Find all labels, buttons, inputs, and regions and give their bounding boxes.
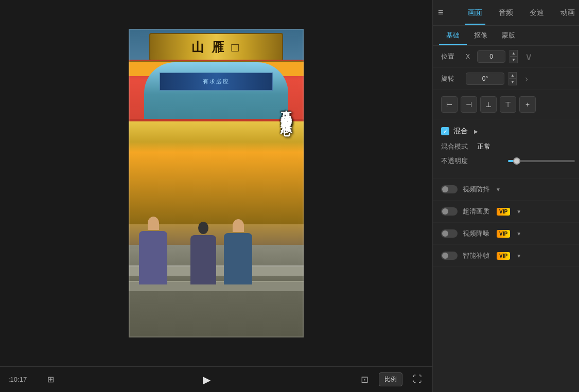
ratio-button[interactable]: 比例 xyxy=(379,372,402,386)
noise-reduce-label: 视频降噪 xyxy=(463,229,489,238)
noise-reduce-vip-badge: VIP xyxy=(497,230,510,238)
position-chevron[interactable]: ∨ xyxy=(525,50,533,63)
video-stabilize-toggle[interactable] xyxy=(441,185,458,193)
tab-动画[interactable]: 动画 xyxy=(557,1,578,25)
hd-quality-label: 超清画质 xyxy=(463,207,489,216)
align-left-btn[interactable]: ⊢ xyxy=(441,96,458,113)
video-container: 山 雁 □ 有求必应 xyxy=(129,29,304,337)
blend-section: 混合 ▶ 混合模式 正常 不透明度 xyxy=(433,119,579,179)
play-button[interactable]: ▶ xyxy=(198,371,215,388)
tab-变速[interactable]: 变速 xyxy=(527,1,547,25)
tab-音频[interactable]: 音频 xyxy=(496,1,516,25)
tab-画面[interactable]: 画面 xyxy=(465,1,485,25)
rotation-label: 旋转 xyxy=(441,74,462,83)
align-center-v-btn[interactable]: + xyxy=(519,96,536,113)
position-row: 位置 X ▲ ▼ ∨ xyxy=(433,46,579,68)
sub-tabs: 基础 抠像 蒙版 xyxy=(433,26,579,46)
time-display: :10:17 xyxy=(8,376,39,383)
align-right-btn[interactable]: ⊥ xyxy=(480,96,497,113)
sub-tab-抠像[interactable]: 抠像 xyxy=(467,26,495,45)
position-label: 位置 xyxy=(441,52,462,61)
grid-icon[interactable]: ⊞ xyxy=(47,375,54,384)
sub-tab-蒙版[interactable]: 蒙版 xyxy=(495,26,522,45)
arch-text-board: 有求必应 xyxy=(160,73,273,91)
smart-frames-arrow[interactable]: ▼ xyxy=(516,253,521,259)
overlay-text: 真正的修行是修心 xyxy=(278,101,293,117)
noise-reduce-row: 视频降噪 VIP ▼ xyxy=(433,223,579,245)
opacity-slider-container xyxy=(477,160,575,162)
rotation-up-btn[interactable]: ▲ xyxy=(508,72,517,79)
blend-mode-row: 混合模式 正常 xyxy=(441,142,575,151)
figure-center xyxy=(190,222,216,283)
x-down-btn[interactable]: ▼ xyxy=(510,57,518,63)
right-panel-content: 基础 抠像 蒙版 位置 X ▲ ▼ ∨ 旋转 ▲ xyxy=(433,26,579,392)
play-icon: ▶ xyxy=(203,373,210,386)
temple-sign-text: 山 雁 □ xyxy=(191,39,241,56)
alignment-row: ⊢ ⊣ ⊥ ⊤ + xyxy=(441,96,575,113)
right-panel-header: ≡ 画面 音频 变速 动画 xyxy=(433,0,579,26)
blend-mode-label: 混合模式 xyxy=(441,142,477,151)
opacity-slider[interactable] xyxy=(508,160,575,162)
blend-expand-icon[interactable]: ▶ xyxy=(474,129,478,134)
building-bg xyxy=(129,121,304,224)
blend-mode-value[interactable]: 正常 xyxy=(477,142,490,151)
x-up-btn[interactable]: ▲ xyxy=(510,50,518,57)
opacity-row: 不透明度 xyxy=(441,156,575,166)
smart-frames-label: 智能补帧 xyxy=(463,251,489,260)
rotation-input[interactable] xyxy=(466,73,504,85)
hd-quality-arrow[interactable]: ▼ xyxy=(516,209,521,215)
figure-right xyxy=(224,219,252,283)
smart-frames-vip-badge: VIP xyxy=(497,252,510,260)
rotation-down-btn[interactable]: ▼ xyxy=(508,79,517,85)
rotation-row: 旋转 ▲ ▼ › xyxy=(433,68,579,90)
blend-title: 混合 xyxy=(453,127,468,136)
smart-frames-row: 智能补帧 VIP ▼ xyxy=(433,245,579,267)
temple-sign: 山 雁 □ xyxy=(149,33,283,61)
menu-icon[interactable]: ≡ xyxy=(438,7,444,18)
right-panel: ≡ 画面 音频 变速 动画 基础 抠像 蒙版 位置 X ▲ ▼ ∨ xyxy=(432,0,579,392)
rotation-more[interactable]: › xyxy=(525,74,528,84)
preview-area: 山 雁 □ 有求必应 xyxy=(0,0,432,366)
alignment-section: ⊢ ⊣ ⊥ ⊤ + xyxy=(433,90,579,119)
blend-checkbox[interactable] xyxy=(441,127,449,135)
video-stabilize-label: 视频防抖 xyxy=(463,185,489,194)
sub-tab-基础[interactable]: 基础 xyxy=(439,26,467,45)
bottom-controls-bar: :10:17 ⊞ ▶ ⊡ 比例 ⛶ xyxy=(0,366,432,392)
hd-quality-vip-badge: VIP xyxy=(497,208,510,216)
align-top-btn[interactable]: ⊤ xyxy=(500,96,516,113)
x-axis-label: X xyxy=(466,53,473,60)
video-stabilize-arrow[interactable]: ▼ xyxy=(496,187,501,192)
x-position-input[interactable] xyxy=(477,50,505,63)
align-center-h-btn[interactable]: ⊣ xyxy=(461,96,477,113)
rotation-stepper: ▲ ▼ xyxy=(508,72,517,85)
noise-reduce-toggle[interactable] xyxy=(441,229,458,238)
video-background: 山 雁 □ 有求必应 xyxy=(129,29,304,337)
hd-quality-toggle[interactable] xyxy=(441,207,458,216)
hd-quality-row: 超清画质 VIP ▼ xyxy=(433,201,579,223)
smart-frames-toggle[interactable] xyxy=(441,252,458,260)
arch-text-board-content: 有求必应 xyxy=(203,78,230,85)
fullscreen-button[interactable]: ⛶ xyxy=(411,372,424,387)
opacity-thumb[interactable] xyxy=(513,157,520,165)
crop-icon-btn[interactable]: ⊡ xyxy=(359,372,371,387)
video-stabilize-row: 视频防抖 ▼ xyxy=(433,179,579,201)
figure-left xyxy=(139,217,167,283)
blend-header: 混合 ▶ xyxy=(441,127,575,136)
noise-reduce-arrow[interactable]: ▼ xyxy=(516,231,521,237)
opacity-label: 不透明度 xyxy=(441,156,477,166)
x-stepper: ▲ ▼ xyxy=(510,50,518,63)
